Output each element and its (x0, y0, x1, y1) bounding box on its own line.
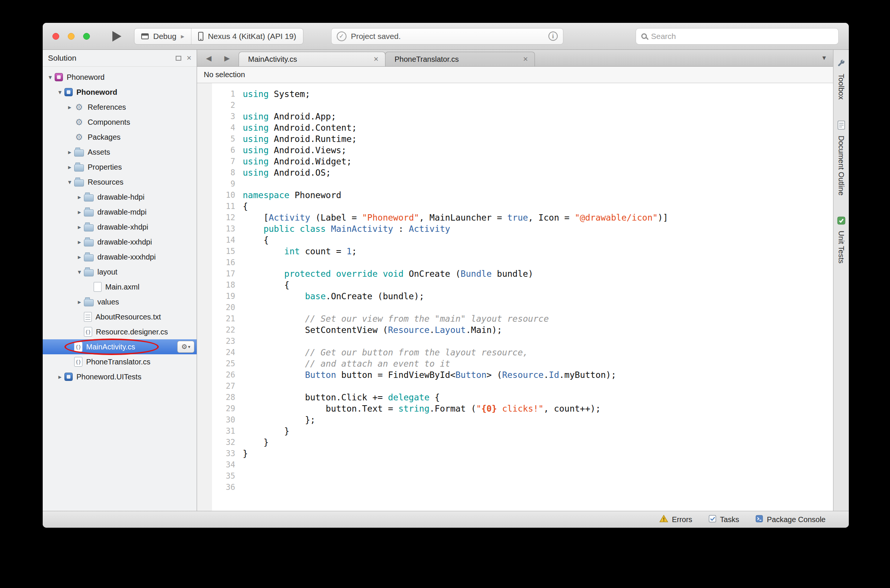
tree-item-components[interactable]: ⚙Components (43, 115, 197, 130)
zoom-window-button[interactable] (83, 33, 90, 40)
build-configuration-label: Debug (153, 32, 176, 41)
tree-item-phoneword-uitests[interactable]: ▸Phoneword.UITests (43, 369, 197, 384)
close-pad-icon[interactable]: × (186, 54, 191, 62)
dock-tab-toolbox[interactable]: Toolbox (837, 60, 845, 100)
line-number: 9 (212, 178, 235, 189)
tree-item-main-axml[interactable]: Main.axml (43, 279, 197, 294)
tree-item-drawable-xhdpi[interactable]: ▸drawable-xhdpi (43, 219, 197, 234)
expander-closed-icon[interactable]: ▸ (56, 373, 65, 381)
tree-item-references[interactable]: ▸⚙References (43, 100, 197, 115)
code-line: using Android.Runtime; (243, 134, 833, 145)
tree-item-phoneword[interactable]: ▾Phoneword (43, 70, 197, 85)
folder-icon (84, 224, 94, 231)
dock-tab-unit-tests[interactable]: Unit Tests (837, 216, 845, 263)
line-number: 5 (212, 134, 235, 145)
tree-item-assets[interactable]: ▸Assets (43, 145, 197, 159)
tree-item-values[interactable]: ▸values (43, 294, 197, 309)
tab-overflow-icon[interactable]: ▼ (821, 55, 827, 62)
expander-closed-icon[interactable]: ▸ (75, 253, 84, 261)
search-input[interactable] (651, 32, 833, 41)
tab-phonetranslator-cs[interactable]: PhoneTranslator.cs× (385, 52, 535, 66)
item-options-button[interactable]: ⚙▾ (177, 341, 194, 353)
path-bar[interactable]: No selection (197, 67, 833, 83)
tree-item-drawable-xxxhdpi[interactable]: ▸drawable-xxxhdpi (43, 249, 197, 264)
close-window-button[interactable] (53, 33, 59, 40)
line-number: 22 (212, 324, 235, 336)
tree-item-packages[interactable]: ⚙Packages (43, 130, 197, 145)
tree-item-aboutresources-txt[interactable]: AboutResources.txt (43, 309, 197, 324)
breadcrumb-text: No selection (204, 70, 245, 79)
tree-item-label: Packages (88, 133, 121, 142)
tree-item-resources[interactable]: ▾Resources (43, 174, 197, 189)
status-display: ✓ Project saved. i (331, 28, 563, 45)
phone-icon (198, 32, 203, 41)
project-icon (65, 88, 73, 96)
code-line (243, 257, 833, 268)
code-line: using Android.Views; (243, 145, 833, 156)
device-selector[interactable]: Nexus 4 (KitKat) (API 19) (191, 28, 303, 44)
line-number: 11 (212, 201, 235, 212)
tree-item-drawable-xxhdpi[interactable]: ▸drawable-xxhdpi (43, 234, 197, 249)
expander-closed-icon[interactable]: ▸ (75, 238, 84, 246)
document-tabs: MainActivity.cs×PhoneTranslator.cs× (239, 50, 534, 66)
expander-closed-icon[interactable]: ▸ (65, 163, 74, 171)
dock-tab-label: Document Outline (837, 136, 845, 195)
build-configuration-selector[interactable]: Debug ▸ (135, 28, 191, 44)
status-bar-item-package-console[interactable]: Package Console (747, 511, 834, 528)
tree-item-phonetranslator-cs[interactable]: {}PhoneTranslator.cs (43, 354, 197, 369)
line-number: 12 (212, 212, 235, 223)
tree-item-drawable-mdpi[interactable]: ▸drawable-mdpi (43, 204, 197, 219)
expander-open-icon[interactable]: ▾ (56, 88, 65, 96)
expander-closed-icon[interactable]: ▸ (75, 223, 84, 231)
dock-tab-document-outline[interactable]: Document Outline (837, 121, 845, 195)
search-field[interactable] (636, 28, 839, 45)
solution-icon (55, 73, 63, 81)
play-icon (113, 31, 122, 42)
code-text[interactable]: using System; using Android.App;using An… (237, 83, 833, 511)
tree-item-resource-designer-cs[interactable]: {}Resource.designer.cs (43, 324, 197, 339)
code-line: using Android.OS; (243, 167, 833, 178)
info-icon[interactable]: i (548, 32, 558, 41)
folder-icon (74, 164, 84, 171)
tab-bar: ◀ ▶ MainActivity.cs×PhoneTranslator.cs× … (197, 50, 833, 67)
expander-open-icon[interactable]: ▾ (75, 268, 84, 276)
code-line (243, 482, 833, 493)
expander-closed-icon[interactable]: ▸ (65, 148, 74, 156)
expander-closed-icon[interactable]: ▸ (65, 104, 74, 111)
solution-pad-header: Solution × (43, 50, 197, 67)
folder-icon (84, 254, 94, 261)
tree-item-drawable-hdpi[interactable]: ▸drawable-hdpi (43, 189, 197, 204)
tab-close-icon[interactable]: × (523, 55, 528, 63)
run-button[interactable] (110, 29, 125, 44)
code-line (243, 336, 833, 347)
expander-closed-icon[interactable]: ▸ (75, 298, 84, 306)
status-bar-item-errors[interactable]: Errors (651, 511, 701, 528)
toolbox-icon (837, 60, 845, 69)
line-number: 25 (212, 358, 235, 369)
tree-item-phoneword[interactable]: ▾Phoneword (43, 85, 197, 100)
code-line: { (243, 201, 833, 212)
package-console-icon (755, 515, 763, 524)
dock-pad-icon[interactable] (176, 56, 181, 61)
expander-closed-icon[interactable]: ▸ (75, 208, 84, 216)
status-bar-item-tasks[interactable]: Tasks (701, 511, 747, 528)
expander-open-icon[interactable]: ▾ (65, 178, 74, 186)
navigate-back-icon[interactable]: ◀ (206, 54, 212, 63)
chevron-right-icon: ▸ (181, 32, 184, 40)
navigate-forward-icon[interactable]: ▶ (224, 54, 230, 63)
tree-item-layout[interactable]: ▾layout (43, 264, 197, 279)
code-line (243, 381, 833, 392)
code-line (243, 470, 833, 482)
expander-closed-icon[interactable]: ▸ (75, 193, 84, 201)
tab-close-icon[interactable]: × (374, 55, 378, 63)
tree-item-mainactivity-cs[interactable]: {}MainActivity.cs⚙▾ (43, 339, 197, 354)
code-line: int count = 1; (243, 246, 833, 257)
expander-open-icon[interactable]: ▾ (46, 74, 55, 81)
tab-mainactivity-cs[interactable]: MainActivity.cs× (239, 52, 386, 66)
tree-item-properties[interactable]: ▸Properties (43, 159, 197, 174)
code-editor[interactable]: 1234567891011121314151617181920212223242… (197, 83, 833, 511)
project-icon (65, 373, 73, 381)
editor-margin (197, 83, 212, 511)
tree-item-label: Phoneword (67, 73, 105, 82)
minimize-window-button[interactable] (68, 33, 75, 40)
